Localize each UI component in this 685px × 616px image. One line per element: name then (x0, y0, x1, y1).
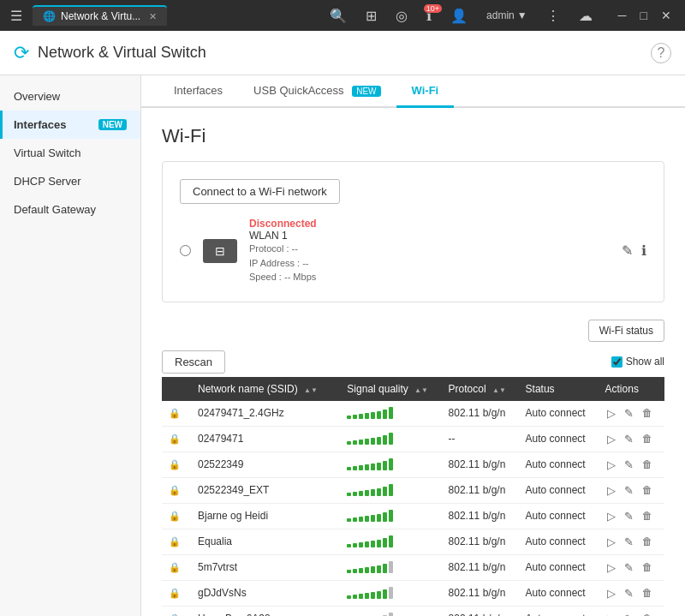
close-button[interactable]: ✕ (654, 7, 678, 24)
col-signal[interactable]: Signal quality ▲▼ (338, 377, 439, 401)
lock-icon: 🔒 (169, 536, 181, 547)
signal-bar (353, 440, 357, 445)
edit-action-button[interactable]: ✎ (622, 534, 635, 550)
signal-bar (389, 613, 393, 616)
delete-action-button[interactable]: 🗑 (640, 508, 654, 523)
app-icon: ⟳ (14, 42, 29, 64)
signal-bar (347, 441, 351, 445)
page-title: Wi-Fi (162, 125, 664, 147)
actions-cell: ▷✎🗑 (597, 503, 664, 529)
sidebar-item-label: Virtual Switch (14, 147, 81, 159)
connect-action-button[interactable]: ▷ (605, 534, 617, 550)
titlebar-actions: 🔍 ⊞ ◎ ℹ 10+ 👤 admin ▼ ⋮ ☁ ─ □ ✕ (325, 6, 678, 26)
connect-action-button[interactable]: ▷ (605, 585, 617, 601)
sidebar-item-dhcp-server[interactable]: DHCP Server (0, 167, 140, 195)
circle-icon[interactable]: ◎ (390, 6, 413, 26)
tab-close-icon[interactable]: ✕ (149, 11, 157, 22)
wlan-radio[interactable] (180, 245, 191, 256)
signal-bar (353, 466, 357, 470)
signal-bar (371, 463, 375, 470)
main-content: Interfaces USB QuickAccess NEW Wi-Fi Wi-… (141, 75, 685, 616)
show-all-label[interactable]: Show all (611, 356, 664, 368)
edit-action-button[interactable]: ✎ (622, 431, 635, 447)
active-tab[interactable]: 🌐 Network & Virtu... ✕ (33, 5, 167, 26)
delete-action-button[interactable]: 🗑 (640, 482, 654, 498)
signal-bar (347, 544, 351, 547)
edit-action-button[interactable]: ✎ (622, 508, 635, 524)
tab-usb-quickaccess[interactable]: USB QuickAccess NEW (238, 75, 396, 108)
lock-cell: 🔒 (162, 554, 189, 580)
connect-action-button[interactable]: ▷ (605, 431, 617, 447)
signal-bar (389, 510, 393, 522)
status-cell: Auto connect (517, 554, 597, 580)
sidebar-item-virtual-switch[interactable]: Virtual Switch (0, 139, 140, 167)
sidebar-item-overview[interactable]: Overview (0, 82, 140, 111)
col-protocol[interactable]: Protocol ▲▼ (440, 377, 517, 401)
edit-action-button[interactable]: ✎ (622, 457, 635, 473)
col-ssid[interactable]: Network name (SSID) ▲▼ (189, 377, 338, 401)
maximize-button[interactable]: □ (634, 7, 654, 24)
rescan-button[interactable]: Rescan (162, 350, 225, 374)
protocol-cell: 802.11 b/g/n (440, 401, 517, 427)
notification-badge[interactable]: ℹ 10+ (421, 8, 437, 24)
menu-icon[interactable]: ☰ (7, 4, 26, 27)
edit-action-button[interactable]: ✎ (622, 482, 635, 499)
minimize-button[interactable]: ─ (611, 7, 634, 24)
admin-menu[interactable]: admin ▼ (481, 8, 533, 23)
help-button[interactable]: ? (651, 43, 671, 63)
signal-bar (365, 541, 369, 547)
stack-icon[interactable]: ⊞ (360, 6, 382, 26)
signal-bar (359, 542, 363, 547)
edit-action-button[interactable]: ✎ (622, 405, 635, 422)
status-cell: Auto connect (517, 426, 597, 452)
connect-action-button[interactable]: ▷ (605, 405, 617, 422)
delete-action-button[interactable]: 🗑 (640, 431, 654, 446)
wifi-status-button[interactable]: Wi-Fi status (588, 320, 664, 342)
tab-interfaces[interactable]: Interfaces (158, 75, 238, 108)
edit-action-button[interactable]: ✎ (622, 611, 635, 617)
delete-action-button[interactable]: 🗑 (640, 585, 654, 601)
user-icon[interactable]: 👤 (445, 6, 473, 26)
more-icon[interactable]: ⋮ (541, 6, 565, 26)
connect-action-button[interactable]: ▷ (605, 559, 617, 576)
connect-wifi-button[interactable]: Connect to a Wi-Fi network (180, 179, 340, 204)
tab-wifi[interactable]: Wi-Fi (396, 75, 455, 108)
delete-action-button[interactable]: 🗑 (640, 559, 654, 575)
ssid-cell: gDJdVsNs (189, 580, 338, 606)
signal-bar (389, 407, 393, 419)
edit-action-button[interactable]: ✎ (622, 585, 635, 601)
signal-bar (347, 467, 351, 470)
show-all-checkbox[interactable] (611, 356, 622, 368)
cloud-icon[interactable]: ☁ (574, 6, 598, 26)
sidebar-item-default-gateway[interactable]: Default Gateway (0, 195, 140, 224)
ssid-cell: 02522349 (189, 452, 338, 477)
connect-action-button[interactable]: ▷ (605, 482, 617, 499)
connect-action-button[interactable]: ▷ (605, 508, 617, 524)
signal-bar (353, 492, 357, 496)
connect-action-button[interactable]: ▷ (605, 611, 617, 617)
signal-bar (383, 487, 387, 496)
signal-bar (365, 464, 369, 470)
admin-arrow-icon: ▼ (517, 9, 527, 21)
lock-cell: 🔒 (162, 606, 189, 616)
sidebar-item-label: Overview (14, 90, 60, 103)
signal-bar (365, 593, 369, 599)
table-row: 🔒Bjarne og Heidi802.11 b/g/nAuto connect… (162, 503, 664, 529)
delete-action-button[interactable]: 🗑 (640, 611, 654, 616)
col-status[interactable]: Status (517, 377, 597, 401)
app-body: Overview Interfaces NEW Virtual Switch D… (0, 75, 685, 616)
wlan-info-button[interactable]: ℹ (641, 242, 646, 259)
edit-action-button[interactable]: ✎ (622, 559, 635, 576)
signal-bars (347, 407, 431, 419)
delete-action-button[interactable]: 🗑 (640, 457, 654, 472)
connect-action-button[interactable]: ▷ (605, 457, 617, 473)
delete-action-button[interactable]: 🗑 (640, 405, 654, 421)
ssid-cell: Bjarne og Heidi (189, 503, 338, 529)
search-icon[interactable]: 🔍 (325, 6, 352, 26)
tab-label: USB QuickAccess (253, 84, 343, 97)
tab-label: Network & Virtu... (61, 10, 140, 22)
sidebar-item-interfaces[interactable]: Interfaces NEW (0, 111, 140, 139)
wlan-edit-button[interactable]: ✎ (622, 242, 633, 259)
signal-bar (377, 463, 381, 470)
delete-action-button[interactable]: 🗑 (640, 534, 654, 549)
